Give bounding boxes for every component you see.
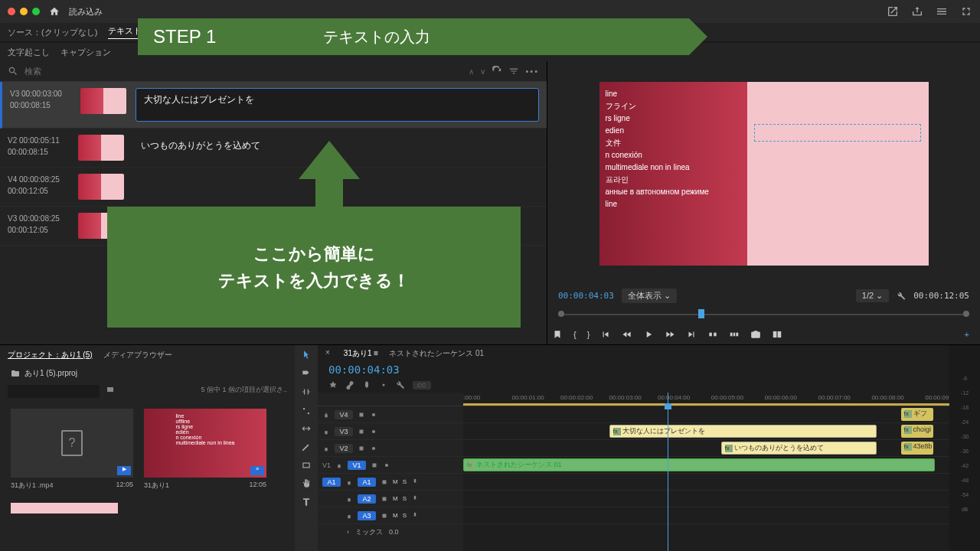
add-button-icon[interactable]: +	[965, 330, 969, 339]
bin-item[interactable]: lineoffliners ligneedienn conexiónmultim…	[144, 409, 266, 491]
bracket-out-icon[interactable]: }	[587, 330, 590, 339]
text-overlay[interactable]: 大切な人にはプレゼントを	[754, 124, 921, 142]
mix-row[interactable]: ›ミックス0.0	[318, 524, 463, 540]
clip[interactable]: fxいつものありがとうを込めて	[721, 442, 877, 455]
bracket-in-icon[interactable]: {	[573, 330, 577, 339]
pen-tool-icon[interactable]	[301, 442, 312, 452]
caption-tab[interactable]: キャプション	[60, 47, 111, 58]
sequence-tab[interactable]: 31あり1 ≡	[344, 348, 378, 359]
tool-palette	[295, 345, 318, 551]
text-tab[interactable]: テキスト	[108, 25, 142, 39]
sequence-tab[interactable]: ネストされたシーケンス 01	[389, 348, 484, 359]
timeline-toolbar: CC	[318, 377, 949, 393]
timeline-content[interactable]: :00:00 00:00:01:00 00:00:02:00 00:00:03:…	[463, 393, 949, 551]
scrub-bar[interactable]	[558, 308, 969, 323]
track-header-v1[interactable]: V1V1	[318, 457, 463, 474]
track-lane-v4: fxギフ	[463, 406, 949, 423]
share-icon[interactable]	[911, 5, 923, 18]
bin-item[interactable]: ?▶ 31あり1 .mp412:05	[11, 409, 133, 491]
source-tab[interactable]: ソース：(クリップなし)	[8, 27, 97, 38]
svg-rect-25	[383, 497, 387, 500]
down-icon[interactable]: ∨	[480, 67, 485, 76]
more-icon[interactable]: •••	[525, 67, 539, 76]
track-header-v2[interactable]: V2	[318, 440, 463, 457]
slip-tool-icon[interactable]	[301, 423, 312, 434]
cc-icon[interactable]: CC	[413, 381, 431, 390]
step-fwd-icon[interactable]	[665, 329, 675, 340]
preview-canvas[interactable]: lineフラインrs ligneedien文件n conexiónmultime…	[599, 82, 929, 266]
svg-rect-23	[383, 480, 387, 484]
caption-text-input[interactable]: 大切な人にはプレゼントを	[136, 88, 539, 122]
caption-row[interactable]: V4 00:00:08:2500:00:12:05	[0, 168, 547, 207]
home-icon[interactable]	[49, 6, 60, 17]
svg-point-21	[385, 463, 388, 466]
offline-text: lineフラインrs ligneedien文件n conexiónmultime…	[606, 88, 923, 210]
prev-edit-icon[interactable]	[600, 329, 611, 340]
mark-in-icon[interactable]	[552, 329, 563, 340]
hand-tool-icon[interactable]	[301, 478, 312, 489]
time-ruler[interactable]: :00:00 00:00:01:00 00:00:02:00 00:00:03:…	[463, 393, 949, 406]
clip[interactable]: fxchoigi	[901, 425, 933, 438]
up-icon[interactable]: ∧	[469, 67, 474, 76]
new-window-icon[interactable]	[887, 5, 899, 18]
link-icon[interactable]	[345, 380, 354, 390]
next-edit-icon[interactable]	[686, 329, 697, 340]
search-input[interactable]	[24, 67, 462, 76]
track-header-a1[interactable]: A1A1MS	[318, 474, 463, 491]
search-icon[interactable]	[8, 66, 18, 77]
fit-dropdown[interactable]: 全体表示 ⌄	[622, 289, 677, 303]
duration-timecode: 00:00:12:05	[913, 291, 969, 301]
razor-tool-icon[interactable]	[301, 405, 312, 416]
camera-icon[interactable]	[750, 329, 761, 340]
svg-rect-2	[730, 333, 733, 337]
track-header-a3[interactable]: A3MS	[318, 507, 463, 524]
track-header-v3[interactable]: V3	[318, 423, 463, 440]
media-browser-tab[interactable]: メディアブラウザー	[103, 350, 172, 360]
svg-rect-10	[325, 414, 327, 417]
track-select-icon[interactable]	[301, 368, 312, 379]
marker-icon[interactable]	[362, 380, 371, 390]
transcribe-tab[interactable]: 文字起こし	[8, 47, 50, 58]
rect-tool-icon[interactable]	[301, 460, 312, 471]
clip[interactable]: fxネストされたシーケンス 01	[463, 458, 935, 471]
play-icon[interactable]	[643, 329, 654, 340]
type-tool-icon[interactable]	[301, 497, 312, 507]
settings-icon[interactable]	[379, 380, 388, 390]
project-tab[interactable]: プロジェクト：あり1 (5)	[8, 350, 93, 360]
timeline-timecode[interactable]: 00:00:04:03	[318, 362, 410, 377]
caption-row[interactable]: V2 00:00:05:1100:00:08:15 いつものありがとうを込めて	[0, 129, 547, 168]
track-lane-a3	[463, 507, 949, 524]
fullscreen-icon[interactable]	[960, 5, 972, 18]
snap-icon[interactable]	[328, 380, 338, 390]
project-search-input[interactable]	[8, 385, 100, 398]
track-lane-a1	[463, 474, 949, 491]
svg-point-15	[372, 429, 375, 432]
clip[interactable]: fxギフ	[901, 408, 933, 421]
track-header-v4[interactable]: V4	[318, 406, 463, 423]
refresh-icon[interactable]	[492, 66, 502, 77]
wrench-icon[interactable]	[396, 380, 405, 390]
track-header-a2[interactable]: A2MS	[318, 491, 463, 507]
clip[interactable]: fx43e8b	[901, 442, 933, 455]
playhead[interactable]	[668, 393, 668, 551]
selection-tool-icon[interactable]	[301, 350, 312, 360]
filter-icon[interactable]	[508, 66, 519, 77]
zoom-dropdown[interactable]: 1/2 ⌄	[856, 289, 889, 302]
svg-point-18	[372, 446, 375, 449]
compare-icon[interactable]	[772, 329, 782, 340]
menu-icon[interactable]	[936, 5, 948, 18]
svg-point-9	[383, 384, 385, 386]
current-timecode[interactable]: 00:00:04:03	[558, 291, 614, 301]
svg-rect-7	[107, 387, 113, 392]
clip[interactable]: fx大切な人にはプレゼントを	[609, 425, 877, 438]
extract-icon[interactable]	[729, 329, 740, 340]
track-lane-a2	[463, 491, 949, 507]
bin-icon[interactable]	[106, 385, 115, 394]
ripple-edit-icon[interactable]	[301, 386, 312, 397]
svg-rect-6	[778, 331, 782, 337]
wrench-icon[interactable]	[897, 292, 906, 301]
window-controls[interactable]	[8, 8, 40, 15]
caption-row[interactable]: V3 00:00:03:0000:00:08:15 大切な人にはプレゼントを	[0, 82, 547, 129]
step-back-icon[interactable]	[622, 329, 632, 340]
lift-icon[interactable]	[707, 329, 718, 340]
